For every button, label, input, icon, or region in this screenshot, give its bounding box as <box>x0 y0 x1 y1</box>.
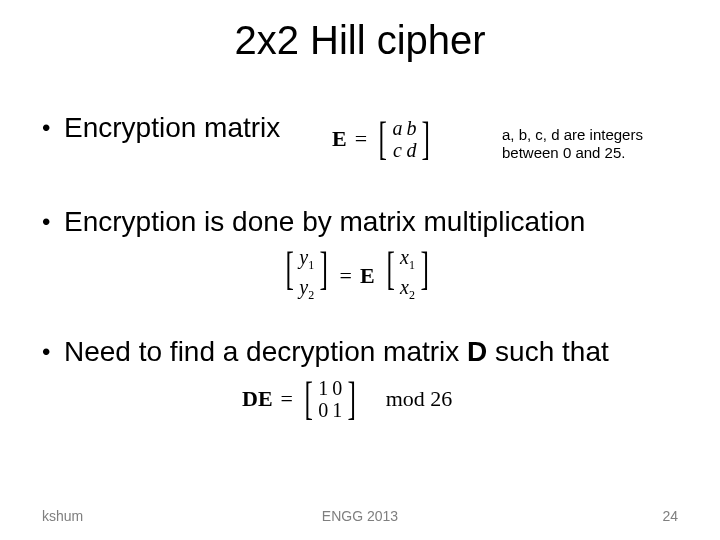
integer-note: a, b, c, d are integers between 0 and 25… <box>502 126 643 162</box>
x2: x2 <box>400 276 415 306</box>
left-bracket-icon: [ <box>304 376 312 422</box>
I-11: 1 <box>318 377 328 399</box>
y2: y2 <box>299 276 314 306</box>
left-bracket-icon: [ <box>285 246 293 306</box>
note-line-1: a, b, c, d are integers <box>502 126 643 144</box>
eq3-lhs: DE <box>242 386 273 412</box>
equation-row-2: [ y1 y2 ] = E [ x1 x2 ] <box>42 246 678 316</box>
footer-course: ENGG 2013 <box>42 508 678 524</box>
equation-E: E = [ a c b d ] <box>332 116 434 162</box>
bullet-mark: • <box>42 334 64 370</box>
equation-row-1: E = [ a c b d ] a, b, c, d are integers <box>42 116 678 186</box>
bullet-3-text: Need to find a decryption matrix D such … <box>64 334 609 370</box>
eq1-d: d <box>406 139 416 161</box>
eq3-equals: = <box>281 386 293 412</box>
eq2-E: E <box>360 263 375 289</box>
bullet-mark: • <box>42 204 64 240</box>
left-bracket-icon: [ <box>386 246 394 306</box>
eq1-b: b <box>406 117 416 139</box>
slide-title: 2x2 Hill cipher <box>0 18 720 63</box>
right-bracket-icon: ] <box>422 116 430 162</box>
equation-yx: [ y1 y2 ] = E [ x1 x2 ] <box>282 246 432 306</box>
footer-page-number: 24 <box>662 508 678 524</box>
y-vector: [ y1 y2 ] <box>282 246 332 306</box>
identity-matrix: [ 1 0 0 1 ] <box>301 376 360 422</box>
I-21: 0 <box>318 399 328 421</box>
I-22: 1 <box>332 399 342 421</box>
eq1-lhs: E <box>332 126 347 152</box>
right-bracket-icon: ] <box>420 246 428 306</box>
eq3-mod: mod 26 <box>386 386 453 412</box>
y1: y1 <box>299 246 314 276</box>
I-12: 0 <box>332 377 342 399</box>
bullet-row-2: • Encryption is done by matrix multiplic… <box>42 204 678 240</box>
right-bracket-icon: ] <box>320 246 328 306</box>
x-vector: [ x1 x2 ] <box>383 246 433 306</box>
footer-author: kshum <box>42 508 83 524</box>
bullet-row-3: • Need to find a decryption matrix D suc… <box>42 334 678 370</box>
slide-body: • Encryption matrix E = [ a c b d <box>42 110 678 446</box>
x1: x1 <box>400 246 415 276</box>
eq1-matrix: [ a c b d ] <box>375 116 434 162</box>
eq1-a: a <box>392 117 402 139</box>
note-line-2: between 0 and 25. <box>502 144 643 162</box>
slide: 2x2 Hill cipher • Encryption matrix E = … <box>0 0 720 540</box>
equation-row-3: DE = [ 1 0 0 1 ] mod 26 <box>42 376 678 446</box>
eq1-equals: = <box>355 126 367 152</box>
slide-footer: kshum ENGG 2013 24 <box>42 508 678 524</box>
left-bracket-icon: [ <box>379 116 387 162</box>
equation-DE: DE = [ 1 0 0 1 ] mod 26 <box>242 376 452 422</box>
eq2-equals: = <box>340 263 352 289</box>
bullet-2-text: Encryption is done by matrix multiplicat… <box>64 204 585 240</box>
right-bracket-icon: ] <box>348 376 356 422</box>
eq1-c: c <box>392 139 402 161</box>
